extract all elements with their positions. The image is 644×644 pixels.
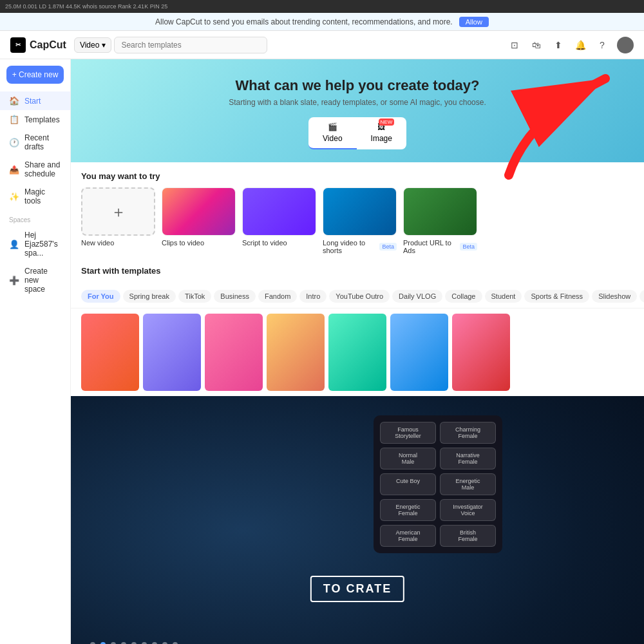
add-space-icon: ➕ bbox=[9, 276, 19, 285]
template-thumb-4[interactable] bbox=[267, 314, 325, 391]
long-thumbnail bbox=[323, 187, 397, 236]
try-card-long[interactable]: Long video to shorts Beta bbox=[323, 187, 397, 254]
new-video-label: New video bbox=[81, 239, 155, 247]
sidebar-item-new-space[interactable]: ➕ Create new space bbox=[0, 262, 70, 298]
spaces-label: Spaces bbox=[0, 210, 70, 226]
tab-student[interactable]: Student bbox=[485, 290, 522, 303]
template-thumb-2[interactable] bbox=[143, 314, 201, 391]
search-input[interactable] bbox=[114, 37, 267, 53]
hero-subtitle: Starting with a blank slate, ready templ… bbox=[84, 98, 631, 107]
sidebar-recent-label: Recent drafts bbox=[24, 133, 61, 151]
product-label: Product URL to Ads Beta bbox=[403, 239, 477, 254]
tab-intro[interactable]: Intro bbox=[299, 290, 327, 303]
voice-option-1[interactable]: FamousStoryteller bbox=[380, 422, 436, 444]
sidebar-magic-label: Magic tools bbox=[24, 187, 61, 205]
template-thumb-3[interactable] bbox=[205, 314, 263, 391]
sidebar-item-start[interactable]: 🏠 Start bbox=[0, 91, 70, 110]
try-cards: ＋ New video Clips to video Script to vid… bbox=[81, 187, 634, 254]
voice-option-8[interactable]: InvestigatorVoice bbox=[440, 499, 496, 521]
try-section-title: You may want to try bbox=[81, 171, 634, 181]
tab-collage[interactable]: Collage bbox=[445, 290, 482, 303]
user-avatar[interactable] bbox=[617, 37, 634, 53]
sidebar-item-templates[interactable]: 📋 Templates bbox=[0, 110, 70, 129]
tab-sports[interactable]: Sports & Fitness bbox=[524, 290, 589, 303]
template-thumb-5[interactable] bbox=[328, 314, 386, 391]
long-label: Long video to shorts Beta bbox=[323, 239, 397, 254]
voice-option-6[interactable]: EnergeticMale bbox=[440, 473, 496, 495]
template-thumb-6[interactable] bbox=[390, 314, 448, 391]
voice-option-9[interactable]: AmericanFemale bbox=[380, 525, 436, 547]
notification-icon[interactable]: 🔔 bbox=[573, 38, 587, 52]
template-tabs: For You Spring break TikTok Business Fan… bbox=[71, 285, 644, 308]
templates-section-title-wrapper: Start with templates bbox=[71, 260, 644, 285]
sidebar: + Create new 🏠 Start 📋 Templates 🕐 Recen… bbox=[0, 59, 71, 644]
notification-bar: Allow CapCut to send you emails about tr… bbox=[0, 13, 644, 31]
voice-option-2[interactable]: CharmingFemale bbox=[440, 422, 496, 444]
tab-spring[interactable]: Spring break bbox=[123, 290, 176, 303]
browser-stats: 25.0M 0.001 LD 1.87M 44.5K whois source … bbox=[5, 3, 167, 10]
try-section: You may want to try ＋ New video Clips to… bbox=[71, 162, 644, 260]
script-thumbnail bbox=[242, 187, 316, 236]
voice-option-5[interactable]: Cute Boy bbox=[380, 473, 436, 495]
templates-section-title: Start with templates bbox=[81, 266, 634, 276]
allow-button[interactable]: Allow bbox=[459, 17, 489, 27]
try-card-product[interactable]: Product URL to Ads Beta bbox=[403, 187, 477, 254]
sidebar-templates-label: Templates bbox=[24, 115, 60, 124]
tab-youtube[interactable]: YouTube Outro bbox=[329, 290, 390, 303]
main-content: What can we help you create today? Start… bbox=[71, 59, 644, 644]
product-thumbnail bbox=[403, 187, 477, 236]
try-card-new-video[interactable]: ＋ New video bbox=[81, 187, 155, 254]
space1-label: Hej Ejaz587's spa... bbox=[24, 231, 61, 258]
sidebar-item-share[interactable]: 📤 Share and schedule bbox=[0, 156, 70, 183]
voice-option-10[interactable]: BritishFemale bbox=[440, 525, 496, 547]
share-sidebar-icon: 📤 bbox=[9, 165, 19, 175]
bag-icon[interactable]: 🛍 bbox=[529, 38, 544, 52]
voice-option-7[interactable]: EnergeticFemale bbox=[380, 499, 436, 521]
voice-option-4[interactable]: NarrativeFemale bbox=[440, 448, 496, 469]
hero-tab-video[interactable]: 🎬 Video bbox=[308, 117, 356, 149]
new-video-thumbnail: ＋ bbox=[81, 187, 155, 236]
new-badge: NEW bbox=[379, 118, 395, 126]
try-card-script[interactable]: Script to video bbox=[242, 187, 316, 254]
share-icon[interactable]: ⬆ bbox=[551, 38, 565, 52]
create-new-button[interactable]: + Create new bbox=[6, 66, 64, 84]
try-card-clips[interactable]: Clips to video bbox=[162, 187, 236, 254]
main-layout: + Create new 🏠 Start 📋 Templates 🕐 Recen… bbox=[0, 59, 644, 644]
voice-option-3[interactable]: NormalMale bbox=[380, 448, 436, 469]
video-dropdown[interactable]: Video ▾ bbox=[74, 37, 111, 53]
clock-icon: 🕐 bbox=[9, 138, 19, 147]
tab-tiktok[interactable]: TikTok bbox=[178, 290, 211, 303]
tab-fandom[interactable]: Fandom bbox=[258, 290, 297, 303]
tab-for-you[interactable]: For You bbox=[81, 290, 120, 303]
templates-icon: 📋 bbox=[9, 115, 19, 124]
app-header: ✂ CapCut Video ▾ ⊡ 🛍 ⬆ 🔔 ? bbox=[0, 31, 644, 59]
preview-background bbox=[71, 396, 644, 644]
hero-tab-image[interactable]: 🖼 NEW Image bbox=[357, 117, 406, 149]
caption-box: TO CRATE bbox=[310, 576, 404, 602]
big-preview: FamousStoryteller CharmingFemale NormalM… bbox=[71, 396, 644, 644]
monitor-icon[interactable]: ⊡ bbox=[507, 38, 522, 52]
tab-slideshow[interactable]: Slideshow bbox=[592, 290, 637, 303]
sidebar-item-magic[interactable]: ✨ Magic tools bbox=[0, 183, 70, 210]
video-tab-label: Video bbox=[323, 134, 342, 143]
beta-badge-product: Beta bbox=[460, 243, 477, 251]
tab-vlog[interactable]: Daily VLOG bbox=[392, 290, 442, 303]
help-icon[interactable]: ? bbox=[595, 38, 609, 52]
sidebar-item-recent[interactable]: 🕐 Recent drafts bbox=[0, 129, 70, 156]
tab-business[interactable]: Business bbox=[214, 290, 256, 303]
clips-label: Clips to video bbox=[162, 239, 236, 247]
clips-thumbnail bbox=[162, 187, 236, 236]
template-thumb-1[interactable] bbox=[81, 314, 139, 391]
beta-badge-long: Beta bbox=[379, 243, 397, 251]
search-bar-wrapper: Video ▾ bbox=[74, 37, 267, 53]
sidebar-item-space1[interactable]: 👤 Hej Ejaz587's spa... bbox=[0, 226, 70, 262]
video-label: Video bbox=[80, 41, 99, 50]
tab-lyrics[interactable]: Lyrics bbox=[639, 290, 644, 303]
template-thumb-7[interactable] bbox=[452, 314, 510, 391]
new-space-label: Create new space bbox=[24, 267, 61, 294]
logo-text: CapCut bbox=[30, 39, 66, 51]
notification-text: Allow CapCut to send you emails about tr… bbox=[155, 17, 453, 26]
hero-banner: What can we help you create today? Start… bbox=[71, 59, 644, 162]
image-tab-badge-wrapper: 🖼 NEW bbox=[377, 122, 385, 131]
script-label: Script to video bbox=[242, 239, 316, 247]
